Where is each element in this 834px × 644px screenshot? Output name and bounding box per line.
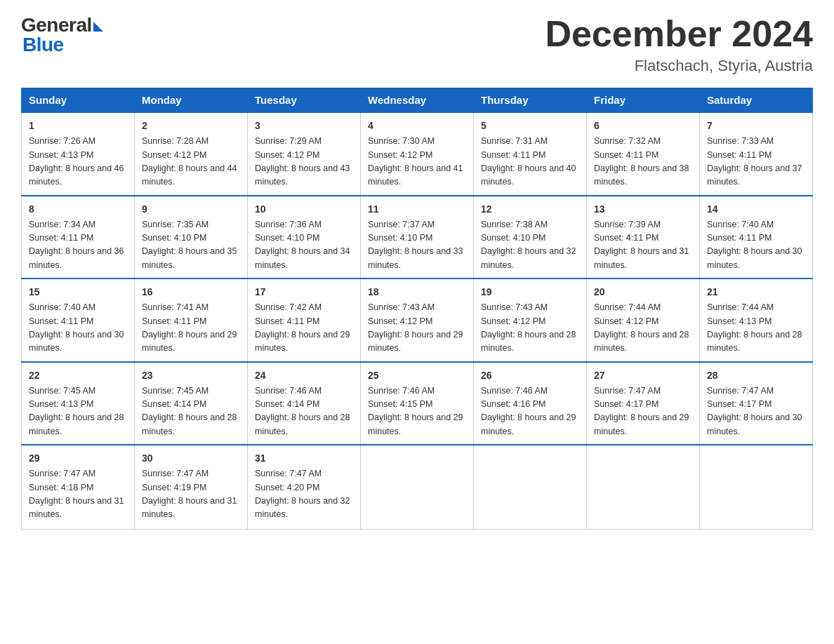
calendar-day-cell: 12Sunrise: 7:38 AMSunset: 4:10 PMDayligh…	[474, 196, 587, 279]
calendar-day-cell	[361, 445, 474, 529]
day-number: 21	[707, 285, 805, 300]
calendar-day-cell: 10Sunrise: 7:36 AMSunset: 4:10 PMDayligh…	[248, 196, 361, 279]
day-number: 2	[142, 119, 240, 133]
day-number: 19	[481, 285, 579, 300]
day-info: Sunrise: 7:41 AMSunset: 4:11 PMDaylight:…	[142, 302, 237, 353]
day-info: Sunrise: 7:47 AMSunset: 4:20 PMDaylight:…	[255, 469, 350, 519]
day-number: 27	[594, 368, 692, 383]
day-info: Sunrise: 7:46 AMSunset: 4:14 PMDaylight:…	[255, 386, 350, 436]
day-number: 23	[142, 368, 240, 383]
day-info: Sunrise: 7:47 AMSunset: 4:17 PMDaylight:…	[594, 386, 689, 436]
calendar-day-cell: 13Sunrise: 7:39 AMSunset: 4:11 PMDayligh…	[587, 196, 700, 279]
day-number: 14	[707, 202, 805, 217]
calendar-day-cell: 14Sunrise: 7:40 AMSunset: 4:11 PMDayligh…	[700, 196, 813, 279]
logo-triangle-icon	[93, 22, 103, 32]
day-info: Sunrise: 7:34 AMSunset: 4:11 PMDaylight:…	[29, 220, 124, 270]
weekday-header-thursday: Thursday	[474, 88, 587, 113]
day-info: Sunrise: 7:33 AMSunset: 4:11 PMDaylight:…	[707, 136, 802, 187]
calendar-day-cell: 30Sunrise: 7:47 AMSunset: 4:19 PMDayligh…	[135, 445, 248, 529]
calendar-week-row: 1Sunrise: 7:26 AMSunset: 4:13 PMDaylight…	[22, 112, 813, 196]
calendar-day-cell: 18Sunrise: 7:43 AMSunset: 4:12 PMDayligh…	[361, 279, 474, 362]
calendar-day-cell: 11Sunrise: 7:37 AMSunset: 4:10 PMDayligh…	[361, 196, 474, 279]
day-info: Sunrise: 7:47 AMSunset: 4:19 PMDaylight:…	[142, 469, 237, 519]
day-number: 24	[255, 368, 353, 383]
day-info: Sunrise: 7:44 AMSunset: 4:13 PMDaylight:…	[707, 302, 802, 353]
day-info: Sunrise: 7:46 AMSunset: 4:16 PMDaylight:…	[481, 386, 576, 436]
day-info: Sunrise: 7:44 AMSunset: 4:12 PMDaylight:…	[594, 302, 689, 353]
day-info: Sunrise: 7:43 AMSunset: 4:12 PMDaylight:…	[481, 302, 576, 353]
calendar-day-cell: 21Sunrise: 7:44 AMSunset: 4:13 PMDayligh…	[700, 279, 813, 362]
day-info: Sunrise: 7:40 AMSunset: 4:11 PMDaylight:…	[707, 220, 802, 270]
calendar-day-cell: 7Sunrise: 7:33 AMSunset: 4:11 PMDaylight…	[700, 112, 813, 196]
day-number: 12	[481, 202, 579, 217]
day-number: 26	[481, 368, 579, 383]
calendar-day-cell: 25Sunrise: 7:46 AMSunset: 4:15 PMDayligh…	[361, 362, 474, 445]
day-number: 6	[594, 119, 692, 133]
day-info: Sunrise: 7:45 AMSunset: 4:13 PMDaylight:…	[29, 386, 124, 436]
day-number: 1	[29, 119, 127, 133]
day-number: 13	[594, 202, 692, 217]
calendar-day-cell: 3Sunrise: 7:29 AMSunset: 4:12 PMDaylight…	[248, 112, 361, 196]
day-number: 18	[368, 285, 466, 300]
day-info: Sunrise: 7:31 AMSunset: 4:11 PMDaylight:…	[481, 136, 576, 187]
day-number: 20	[594, 285, 692, 300]
weekday-header-friday: Friday	[587, 88, 700, 113]
calendar-day-cell	[587, 445, 700, 529]
calendar-day-cell: 23Sunrise: 7:45 AMSunset: 4:14 PMDayligh…	[135, 362, 248, 445]
calendar-day-cell: 26Sunrise: 7:46 AMSunset: 4:16 PMDayligh…	[474, 362, 587, 445]
day-number: 16	[142, 285, 240, 300]
title-block: December 2024 Flatschach, Styria, Austri…	[545, 14, 813, 75]
day-number: 3	[255, 119, 353, 133]
calendar-day-cell: 9Sunrise: 7:35 AMSunset: 4:10 PMDaylight…	[135, 196, 248, 279]
calendar-table: SundayMondayTuesdayWednesdayThursdayFrid…	[21, 88, 813, 530]
day-number: 8	[29, 202, 127, 217]
calendar-day-cell: 29Sunrise: 7:47 AMSunset: 4:18 PMDayligh…	[22, 445, 135, 529]
day-info: Sunrise: 7:28 AMSunset: 4:12 PMDaylight:…	[142, 136, 237, 187]
day-number: 9	[142, 202, 240, 217]
day-number: 31	[255, 451, 353, 466]
calendar-day-cell: 2Sunrise: 7:28 AMSunset: 4:12 PMDaylight…	[135, 112, 248, 196]
weekday-header-monday: Monday	[135, 88, 248, 113]
calendar-header: SundayMondayTuesdayWednesdayThursdayFrid…	[22, 88, 813, 113]
day-info: Sunrise: 7:39 AMSunset: 4:11 PMDaylight:…	[594, 220, 689, 270]
calendar-day-cell	[700, 445, 813, 529]
calendar-week-row: 22Sunrise: 7:45 AMSunset: 4:13 PMDayligh…	[22, 362, 813, 445]
day-info: Sunrise: 7:45 AMSunset: 4:14 PMDaylight:…	[142, 386, 237, 436]
day-info: Sunrise: 7:46 AMSunset: 4:15 PMDaylight:…	[368, 386, 463, 436]
calendar-day-cell: 28Sunrise: 7:47 AMSunset: 4:17 PMDayligh…	[700, 362, 813, 445]
calendar-day-cell: 31Sunrise: 7:47 AMSunset: 4:20 PMDayligh…	[248, 445, 361, 529]
day-info: Sunrise: 7:36 AMSunset: 4:10 PMDaylight:…	[255, 220, 350, 270]
day-number: 17	[255, 285, 353, 300]
day-info: Sunrise: 7:47 AMSunset: 4:17 PMDaylight:…	[707, 386, 802, 436]
day-info: Sunrise: 7:43 AMSunset: 4:12 PMDaylight:…	[368, 302, 463, 353]
weekday-header-saturday: Saturday	[700, 88, 813, 113]
calendar-day-cell: 1Sunrise: 7:26 AMSunset: 4:13 PMDaylight…	[22, 112, 135, 196]
day-number: 11	[368, 202, 466, 217]
day-info: Sunrise: 7:29 AMSunset: 4:12 PMDaylight:…	[255, 136, 350, 187]
day-info: Sunrise: 7:32 AMSunset: 4:11 PMDaylight:…	[594, 136, 689, 187]
calendar-day-cell: 16Sunrise: 7:41 AMSunset: 4:11 PMDayligh…	[135, 279, 248, 362]
day-number: 4	[368, 119, 466, 133]
day-number: 29	[29, 451, 127, 466]
logo: General Blue	[21, 14, 103, 56]
weekday-header-row: SundayMondayTuesdayWednesdayThursdayFrid…	[22, 88, 813, 113]
calendar-day-cell: 17Sunrise: 7:42 AMSunset: 4:11 PMDayligh…	[248, 279, 361, 362]
day-info: Sunrise: 7:35 AMSunset: 4:10 PMDaylight:…	[142, 220, 237, 270]
day-number: 10	[255, 202, 353, 217]
day-number: 30	[142, 451, 240, 466]
day-info: Sunrise: 7:37 AMSunset: 4:10 PMDaylight:…	[368, 220, 463, 270]
logo-blue-text: Blue	[22, 34, 64, 56]
calendar-day-cell: 15Sunrise: 7:40 AMSunset: 4:11 PMDayligh…	[22, 279, 135, 362]
calendar-day-cell: 4Sunrise: 7:30 AMSunset: 4:12 PMDaylight…	[361, 112, 474, 196]
calendar-day-cell: 8Sunrise: 7:34 AMSunset: 4:11 PMDaylight…	[22, 196, 135, 279]
weekday-header-sunday: Sunday	[22, 88, 135, 113]
day-number: 7	[707, 119, 805, 133]
calendar-day-cell: 6Sunrise: 7:32 AMSunset: 4:11 PMDaylight…	[587, 112, 700, 196]
calendar-day-cell: 24Sunrise: 7:46 AMSunset: 4:14 PMDayligh…	[248, 362, 361, 445]
calendar-day-cell: 22Sunrise: 7:45 AMSunset: 4:13 PMDayligh…	[22, 362, 135, 445]
day-number: 5	[481, 119, 579, 133]
weekday-header-wednesday: Wednesday	[361, 88, 474, 113]
calendar-week-row: 15Sunrise: 7:40 AMSunset: 4:11 PMDayligh…	[22, 279, 813, 362]
day-number: 15	[29, 285, 127, 300]
day-info: Sunrise: 7:47 AMSunset: 4:18 PMDaylight:…	[29, 469, 124, 519]
